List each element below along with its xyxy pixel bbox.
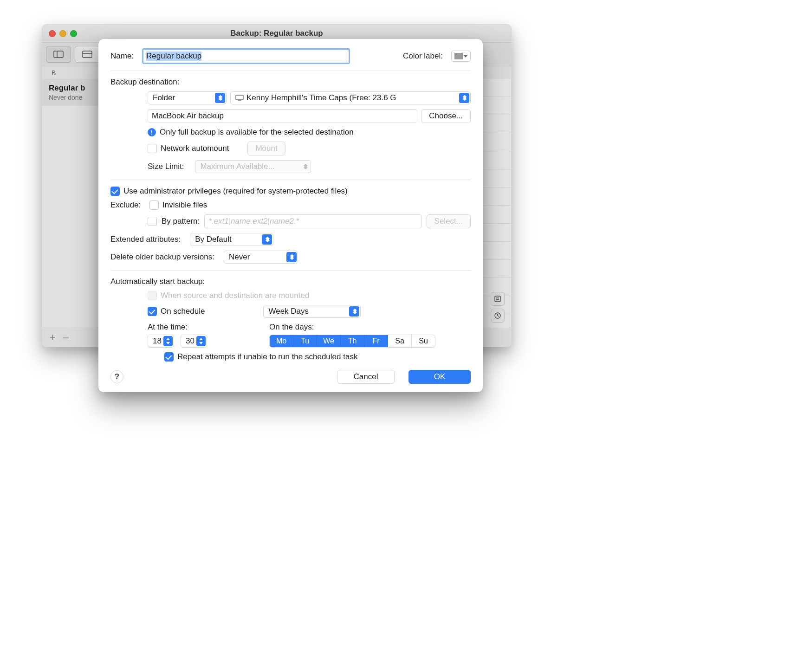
time-minute-value: 30 [186,336,195,346]
delete-older-value: Never [229,252,250,262]
exclude-pattern-placeholder: *.ext1|name.ext2|name2.* [208,217,299,226]
size-limit-value: Maximum Available... [200,162,274,171]
weekday-su[interactable]: Su [412,335,435,347]
cancel-button[interactable]: Cancel [337,370,395,384]
weekday-tu[interactable]: Tu [293,335,317,347]
extended-attributes-label: Extended attributes: [110,235,181,244]
destination-volume-select[interactable]: Kenny Hemphill's Time Caps (Free: 23.6 G [230,91,471,104]
extended-attributes-value: By Default [195,235,231,244]
weekday-fr[interactable]: Fr [364,335,388,347]
weekday-selector[interactable]: MoTuWeThFrSaSu [269,335,435,348]
weekday-sa[interactable]: Sa [388,335,412,347]
when-mounted-checkbox [148,291,157,300]
name-input[interactable]: Regular backup [142,48,350,64]
destination-type-value: Folder [153,93,175,103]
name-label: Name: [110,52,134,61]
extended-attributes-select[interactable]: By Default [190,233,273,246]
delete-older-label: Delete older backup versions: [110,252,214,262]
size-limit-label: Size Limit: [148,162,184,171]
time-hour-stepper[interactable]: 18 [148,335,174,348]
exclude-invisible-checkbox[interactable] [149,200,159,210]
weekday-th[interactable]: Th [341,335,364,347]
repeat-attempts-checkbox[interactable] [164,352,174,362]
exclude-pattern-input[interactable]: *.ext1|name.ext2|name2.* [204,214,421,228]
destination-volume-value: Kenny Hemphill's Time Caps (Free: 23.6 G [246,93,396,103]
network-automount-checkbox[interactable] [148,144,157,153]
destination-path-field[interactable]: MacBook Air backup [148,109,417,123]
destination-path-value: MacBook Air backup [152,111,224,121]
mount-button[interactable]: Mount [247,142,285,155]
svg-rect-10 [236,95,243,100]
network-automount-label: Network automount [161,144,229,153]
weekday-mo[interactable]: Mo [270,335,293,347]
ok-button[interactable]: OK [408,370,471,384]
auto-start-section-label: Automatically start backup: [110,277,471,286]
color-label-picker[interactable] [451,51,471,62]
info-icon: ! [148,128,156,136]
choose-button[interactable]: Choose... [421,109,471,123]
at-time-label: At the time: [148,323,258,332]
schedule-frequency-value: Week Days [268,307,309,316]
backup-settings-dialog: Name: Regular backup Color label: Backup… [98,39,483,392]
name-input-value: Regular backup [146,52,201,61]
admin-privileges-checkbox[interactable] [110,187,120,196]
admin-privileges-label: Use administrator privileges (required f… [123,187,348,196]
time-hour-value: 18 [153,336,162,346]
destination-note: Only full backup is available for the se… [160,128,354,137]
exclude-invisible-label: Invisible files [162,200,207,210]
display-icon [235,95,244,101]
schedule-frequency-select[interactable]: Week Days [263,305,361,318]
size-limit-select[interactable]: Maximum Available... [195,160,311,173]
time-minute-stepper[interactable]: 30 [181,335,207,348]
weekday-we[interactable]: We [317,335,341,347]
destination-section-label: Backup destination: [110,78,471,87]
exclude-label: Exclude: [110,200,146,210]
on-schedule-checkbox[interactable] [148,307,157,316]
select-pattern-button[interactable]: Select... [427,214,471,228]
color-label: Color label: [403,52,443,61]
delete-older-select[interactable]: Never [224,251,298,264]
destination-type-select[interactable]: Folder [148,91,227,104]
exclude-pattern-checkbox[interactable] [148,217,157,226]
exclude-pattern-label: By pattern: [162,217,200,226]
on-schedule-label: On schedule [161,307,205,316]
on-days-label: On the days: [269,323,435,332]
repeat-attempts-label: Repeat attempts if unable to run the sch… [177,352,357,362]
help-button[interactable]: ? [110,370,123,383]
when-mounted-label: When source and destination are mounted [161,291,309,300]
